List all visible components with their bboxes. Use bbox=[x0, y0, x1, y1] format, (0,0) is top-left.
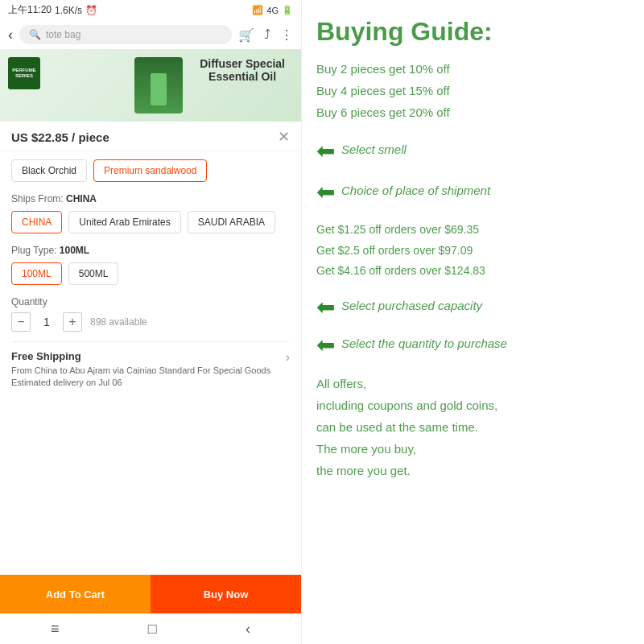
back-button[interactable]: ‹ bbox=[8, 27, 13, 43]
network-type: 4G bbox=[266, 6, 279, 15]
guide-panel: Buying Guide: Buy 2 pieces get 10% off B… bbox=[302, 0, 644, 644]
quantity-increase[interactable]: + bbox=[63, 312, 82, 332]
buy-now-button[interactable]: Buy Now bbox=[151, 575, 301, 613]
price-panel: US $22.85 / piece ✕ bbox=[0, 122, 301, 151]
guide-orders-block: Get $1.25 off orders over $69.35 Get $2.… bbox=[316, 220, 630, 281]
smell-option-black-orchid[interactable]: Black Orchid bbox=[11, 159, 87, 182]
ships-from-origin: CHINA bbox=[66, 193, 97, 204]
location-saudi[interactable]: SAUDI ARABIA bbox=[188, 211, 275, 233]
price-text: US $22.85 / piece bbox=[11, 130, 109, 144]
bottom-buttons: Add To Cart Buy Now bbox=[0, 575, 301, 613]
product-thumbnail bbox=[134, 57, 183, 114]
guide-discount-block: Buy 2 pieces get 10% off Buy 4 pieces ge… bbox=[316, 58, 630, 123]
guide-discount-line-2: Buy 4 pieces get 15% off bbox=[316, 80, 630, 101]
product-hero: PERFUME SERIES Diffuser Special Essentia… bbox=[0, 49, 301, 122]
cart-icon[interactable]: 🛒 bbox=[238, 27, 254, 43]
location-options: CHINA United Arab Emirates SAUDI ARABIA bbox=[11, 211, 290, 233]
location-china[interactable]: CHINA bbox=[11, 211, 62, 233]
quantity-guide-label: Select the quantity to purchase bbox=[341, 336, 507, 350]
capacity-arrow-icon: ⬅ bbox=[316, 294, 335, 320]
status-speed: 1.6K/s bbox=[55, 5, 82, 16]
search-placeholder: tote bag bbox=[46, 29, 80, 40]
product-title-line2: Essential Oil bbox=[200, 70, 285, 83]
alarm-icon: ⏰ bbox=[85, 5, 97, 16]
capacity-guide-label: Select purchased capacity bbox=[341, 299, 482, 312]
brand-logo: PERFUME SERIES bbox=[8, 57, 40, 89]
search-input-wrap[interactable]: 🔍 tote bag bbox=[19, 25, 232, 44]
shipping-title: Free Shipping bbox=[11, 350, 286, 362]
close-button[interactable]: ✕ bbox=[278, 128, 290, 146]
guide-order-line-3: Get $4.16 off orders over $124.83 bbox=[316, 261, 630, 281]
ships-from-label: Ships From: bbox=[11, 193, 64, 204]
plug-type-row: Plug Type: 100ML bbox=[11, 245, 290, 256]
share-icon[interactable]: ⤴ bbox=[264, 27, 270, 42]
shipping-arrow-icon[interactable]: › bbox=[286, 350, 290, 365]
smell-arrow-icon: ⬅ bbox=[316, 138, 335, 164]
status-time: 上午11:20 bbox=[8, 3, 52, 17]
nav-menu-icon[interactable]: ≡ bbox=[51, 621, 60, 638]
product-hero-title: Diffuser Special Essential Oil bbox=[200, 57, 285, 83]
location-uae[interactable]: United Arab Emirates bbox=[68, 211, 180, 233]
quantity-arrow-icon: ⬅ bbox=[316, 332, 335, 358]
quantity-label: Quantity bbox=[11, 296, 290, 308]
shipment-guide-label: Choice of place of shipment bbox=[341, 184, 490, 197]
guide-order-line-1: Get $1.25 off orders over $69.35 bbox=[316, 220, 630, 240]
nav-home-icon[interactable]: □ bbox=[148, 621, 157, 638]
search-icon: 🔍 bbox=[29, 29, 41, 40]
shipping-section: Free Shipping From China to Abu Ajram vi… bbox=[11, 341, 290, 398]
shipping-delivery: Estimated delivery on Jul 06 bbox=[11, 377, 286, 389]
guide-discount-line-1: Buy 2 pieces get 10% off bbox=[316, 58, 630, 80]
smell-options-row: Black Orchid Premium sandalwood bbox=[11, 159, 290, 182]
add-to-cart-button[interactable]: Add To Cart bbox=[0, 575, 151, 613]
quantity-decrease[interactable]: − bbox=[11, 312, 31, 332]
quantity-available: 898 available bbox=[90, 316, 147, 328]
smell-option-sandalwood[interactable]: Premium sandalwood bbox=[93, 159, 207, 182]
more-icon[interactable]: ⋮ bbox=[280, 27, 293, 43]
ships-from-row: Ships From: CHINA bbox=[11, 193, 290, 204]
product-title-line1: Diffuser Special bbox=[200, 57, 285, 70]
capacity-500ml[interactable]: 500ML bbox=[68, 262, 119, 285]
guide-discount-line-3: Buy 6 pieces get 20% off bbox=[316, 101, 630, 123]
quantity-value: 1 bbox=[39, 316, 55, 328]
nav-back-icon[interactable]: ‹ bbox=[246, 621, 250, 638]
search-bar: ‹ 🔍 tote bag 🛒 ⤴ ⋮ bbox=[0, 20, 301, 49]
capacity-100ml[interactable]: 100ML bbox=[11, 262, 62, 285]
content-area: Black Orchid Premium sandalwood Ships Fr… bbox=[0, 151, 301, 575]
series-label: PERFUME SERIES bbox=[8, 68, 40, 79]
status-bar: 上午11:20 1.6K/s ⏰ 📶 4G 🔋 bbox=[0, 0, 301, 20]
guide-bottom-text: All offers, including coupons and gold c… bbox=[316, 373, 630, 481]
quantity-row: − 1 + 898 available bbox=[11, 312, 290, 332]
phone-panel: 上午11:20 1.6K/s ⏰ 📶 4G 🔋 ‹ 🔍 tote bag 🛒 ⤴… bbox=[0, 0, 302, 644]
shipment-arrow-icon: ⬅ bbox=[316, 179, 335, 205]
bottom-nav: ≡ □ ‹ bbox=[0, 613, 301, 644]
battery-icon: 🔋 bbox=[282, 5, 293, 15]
signal-icon: 📶 bbox=[252, 5, 263, 15]
shipping-detail: From China to Abu Ajram via Cainiao Stan… bbox=[11, 365, 286, 377]
plug-type-label: Plug Type: bbox=[11, 245, 56, 256]
plug-type-selected: 100ML bbox=[60, 245, 89, 256]
guide-title: Buying Guide: bbox=[316, 16, 630, 47]
guide-order-line-2: Get $2.5 off orders over $97.09 bbox=[316, 241, 630, 261]
capacity-options-row: 100ML 500ML bbox=[11, 262, 290, 285]
smell-guide-label: Select smell bbox=[341, 142, 407, 156]
